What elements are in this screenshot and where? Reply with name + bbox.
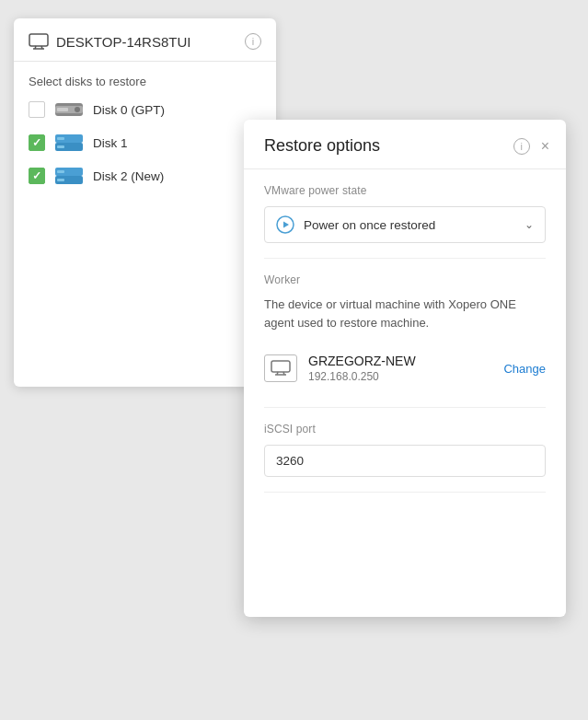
change-worker-link[interactable]: Change bbox=[503, 362, 546, 376]
disk-0-checkbox[interactable] bbox=[29, 101, 45, 118]
worker-card: GRZEGORZ-NEW 192.168.0.250 Change bbox=[264, 344, 546, 392]
disk-item: Disk 2 (New) bbox=[29, 166, 261, 186]
svg-rect-14 bbox=[57, 170, 64, 173]
power-dropdown-left: Power on once restored bbox=[276, 215, 435, 234]
iscsi-port-label: iSCSI port bbox=[264, 423, 546, 435]
disk-item: Disk 1 bbox=[29, 133, 261, 153]
svg-rect-15 bbox=[57, 179, 64, 181]
desktop-name: DESKTOP-14RS8TUI bbox=[56, 34, 190, 50]
monitor-icon bbox=[29, 33, 49, 50]
iscsi-section: iSCSI port bbox=[244, 408, 566, 492]
worker-ip: 192.168.0.250 bbox=[308, 370, 416, 383]
svg-rect-18 bbox=[271, 361, 290, 372]
svg-rect-7 bbox=[57, 108, 68, 111]
svg-rect-0 bbox=[29, 34, 48, 46]
worker-description: The device or virtual machine with Xoper… bbox=[264, 296, 546, 331]
back-panel: DESKTOP-14RS8TUI i Select disks to resto… bbox=[14, 18, 276, 387]
worker-card-left: GRZEGORZ-NEW 192.168.0.250 bbox=[264, 354, 416, 383]
power-dropdown[interactable]: Power on once restored ⌄ bbox=[264, 206, 546, 243]
front-panel-header-actions: i × bbox=[513, 138, 549, 155]
vmware-power-label: VMware power state bbox=[264, 184, 546, 197]
vmware-power-section: VMware power state Power on once restore… bbox=[244, 169, 566, 258]
worker-section-label: Worker bbox=[264, 273, 546, 286]
disk-0-icon bbox=[54, 99, 84, 120]
back-panel-info-icon[interactable]: i bbox=[245, 33, 261, 50]
power-selected-option: Power on once restored bbox=[304, 218, 435, 232]
disk-1-label: Disk 1 bbox=[93, 136, 128, 150]
iscsi-port-input[interactable] bbox=[264, 445, 546, 477]
back-panel-title-group: DESKTOP-14RS8TUI bbox=[29, 33, 190, 50]
front-panel-close-button[interactable]: × bbox=[541, 138, 549, 155]
front-panel-info-icon[interactable]: i bbox=[513, 138, 530, 155]
front-panel: Restore options i × VMware power state P… bbox=[244, 120, 566, 617]
select-disks-label: Select disks to restore bbox=[29, 75, 261, 88]
front-panel-header: Restore options i × bbox=[244, 120, 566, 168]
worker-name: GRZEGORZ-NEW bbox=[308, 354, 416, 368]
svg-point-6 bbox=[75, 107, 80, 112]
svg-marker-17 bbox=[283, 222, 289, 228]
disk-2-checkbox[interactable] bbox=[29, 168, 45, 184]
play-circle-icon bbox=[276, 215, 294, 234]
disk-1-icon bbox=[54, 133, 84, 153]
disk-list: Disk 0 (GPT) Disk 1 bbox=[29, 99, 261, 186]
worker-monitor-icon bbox=[264, 354, 297, 382]
disk-2-label: Disk 2 (New) bbox=[93, 169, 164, 183]
back-panel-body: Select disks to restore Disk 0 (GPT) bbox=[14, 62, 276, 199]
worker-info: GRZEGORZ-NEW 192.168.0.250 bbox=[308, 354, 416, 383]
back-panel-header: DESKTOP-14RS8TUI i bbox=[14, 18, 276, 62]
restore-options-title: Restore options bbox=[264, 136, 380, 156]
disk-item: Disk 0 (GPT) bbox=[29, 99, 261, 120]
disk-2-icon bbox=[54, 166, 84, 186]
iscsi-divider bbox=[264, 492, 546, 493]
chevron-down-icon: ⌄ bbox=[525, 218, 534, 231]
worker-section: Worker The device or virtual machine wit… bbox=[244, 259, 566, 407]
disk-1-checkbox[interactable] bbox=[29, 134, 45, 151]
svg-rect-11 bbox=[57, 145, 64, 148]
disk-0-label: Disk 0 (GPT) bbox=[93, 103, 165, 117]
svg-rect-10 bbox=[57, 137, 64, 140]
